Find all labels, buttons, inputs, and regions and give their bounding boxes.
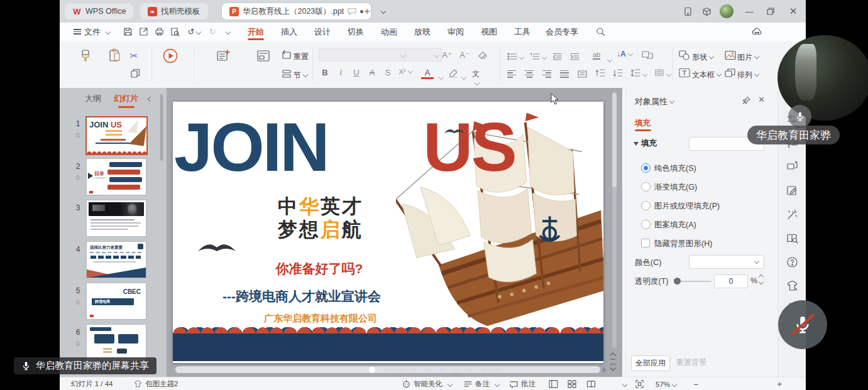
tab-slides[interactable]: 幻灯片 bbox=[114, 93, 138, 104]
picture-icon[interactable] bbox=[725, 50, 736, 63]
paragraph-settings-icon[interactable] bbox=[654, 68, 671, 80]
close-button[interactable]: ✕ bbox=[786, 5, 800, 18]
font-name-select[interactable] bbox=[319, 48, 408, 62]
picture-fill-radio[interactable] bbox=[641, 201, 651, 210]
distribute-icon[interactable] bbox=[578, 69, 587, 80]
notes-button[interactable]: 备注 bbox=[464, 377, 499, 390]
section-icon[interactable] bbox=[281, 68, 292, 82]
zoom-in-button[interactable]: ＋ bbox=[775, 377, 784, 390]
align-left-icon[interactable] bbox=[507, 69, 516, 76]
line-spacing-increase-icon[interactable] bbox=[595, 68, 605, 80]
file-menu[interactable]: 文件 bbox=[70, 23, 114, 41]
mute-microphone-button[interactable] bbox=[778, 300, 827, 349]
slide-thumbnail-4[interactable]: 选择比努力更重要 bbox=[86, 241, 146, 278]
new-tab-button[interactable]: ＋ bbox=[360, 5, 374, 18]
slide-star-icon[interactable]: ☆ bbox=[72, 298, 84, 306]
chat-bubble-icon[interactable] bbox=[348, 8, 356, 15]
slide-thumbnail-5[interactable]: CBEC 跨境电商 bbox=[86, 283, 146, 320]
close-panel-icon[interactable]: ✕ bbox=[758, 95, 765, 104]
slide-thumbnail-6[interactable] bbox=[86, 324, 146, 361]
pattern-fill-label[interactable]: 图案填充(A) bbox=[654, 220, 696, 230]
play-from-page-icon[interactable] bbox=[162, 48, 179, 67]
transparency-value-input[interactable]: 0 bbox=[714, 274, 748, 288]
panel-title[interactable]: 对象属性 bbox=[635, 96, 674, 107]
tab-slideshow[interactable]: 放映 bbox=[407, 23, 437, 41]
shadow-button[interactable]: S bbox=[382, 68, 394, 77]
tab-view[interactable]: 视图 bbox=[474, 23, 504, 41]
pin-icon[interactable] bbox=[742, 95, 751, 107]
hide-background-checkbox[interactable] bbox=[641, 239, 650, 247]
search-icon[interactable] bbox=[593, 23, 608, 41]
gradient-fill-label[interactable]: 渐变填充(G) bbox=[654, 182, 697, 193]
mobile-sync-icon[interactable] bbox=[681, 5, 695, 18]
tab-animation[interactable]: 动画 bbox=[374, 23, 404, 41]
switch-slides-icon[interactable] bbox=[786, 161, 798, 173]
decrease-indent-icon[interactable] bbox=[552, 51, 562, 63]
find-replace-icon[interactable] bbox=[786, 232, 798, 244]
justify-icon[interactable] bbox=[560, 69, 569, 76]
transparency-slider-handle[interactable] bbox=[674, 278, 681, 284]
thumbnail-scrollbar[interactable] bbox=[160, 94, 163, 161]
slide-thumbnail-3[interactable] bbox=[86, 200, 146, 237]
print-icon[interactable] bbox=[151, 23, 167, 41]
comments-button[interactable]: 批注 bbox=[510, 377, 536, 390]
previous-slide-button[interactable] bbox=[608, 352, 620, 362]
bullets-icon[interactable] bbox=[507, 51, 524, 63]
tab-list-button[interactable] bbox=[375, 5, 389, 18]
resource-pen-icon[interactable] bbox=[786, 185, 798, 197]
arrange-label[interactable]: 排列 bbox=[737, 70, 759, 80]
bold-button[interactable]: B bbox=[319, 68, 331, 77]
pattern-fill-radio[interactable] bbox=[641, 220, 651, 229]
textbox-icon[interactable] bbox=[679, 68, 690, 80]
text-convert-icon[interactable] bbox=[642, 50, 653, 62]
font-color-chevron[interactable] bbox=[437, 72, 443, 83]
highlight-icon[interactable] bbox=[448, 69, 458, 80]
numbering-icon[interactable] bbox=[530, 51, 546, 63]
fill-section-collapse[interactable] bbox=[634, 142, 639, 146]
gradient-fill-radio[interactable] bbox=[641, 182, 651, 192]
toolbar-more-chevron[interactable] bbox=[221, 23, 233, 41]
shapes-label[interactable]: 形状 bbox=[692, 52, 713, 63]
strikethrough-button[interactable]: A bbox=[366, 68, 378, 77]
slide-star-icon[interactable]: ☆ bbox=[72, 339, 84, 348]
vertical-scrollbar-track[interactable] bbox=[612, 92, 617, 348]
reset-background-button[interactable]: 重置背景 bbox=[674, 355, 709, 370]
layout-icon[interactable] bbox=[256, 48, 271, 66]
tab-home[interactable]: 开始 bbox=[241, 23, 271, 41]
solid-fill-label[interactable]: 纯色填充(S) bbox=[654, 163, 696, 174]
cloud-sync-icon[interactable] bbox=[749, 23, 765, 41]
color-dropdown[interactable] bbox=[689, 255, 764, 269]
slide-progress-dots[interactable] bbox=[369, 367, 500, 373]
line-height-icon[interactable] bbox=[630, 68, 647, 80]
collapse-panel-icon[interactable] bbox=[145, 95, 154, 101]
tab-tools[interactable]: 工具 bbox=[507, 23, 537, 41]
transparency-stepper[interactable] bbox=[759, 275, 763, 284]
shapes-icon[interactable] bbox=[679, 50, 690, 63]
reset-icon[interactable] bbox=[281, 49, 292, 63]
slide-star-icon[interactable]: ☆ bbox=[72, 173, 84, 182]
hide-background-label[interactable]: 隐藏背景图形(H) bbox=[654, 239, 712, 249]
minimize-button[interactable]: — bbox=[742, 5, 756, 18]
char-spacing-chevron[interactable] bbox=[605, 54, 612, 65]
picture-label[interactable]: 图片 bbox=[737, 52, 759, 63]
help-icon[interactable] bbox=[786, 256, 798, 268]
slide-thumbnail-2[interactable]: 目录 CONTENT bbox=[86, 158, 146, 195]
tab-template-store[interactable]: ❧ 找稻壳模板 bbox=[140, 3, 208, 19]
tab-document[interactable]: P 华启教育线上（2023版）.ppt bbox=[222, 3, 371, 19]
tab-design[interactable]: 设计 bbox=[307, 23, 338, 41]
webcam-mic-badge[interactable] bbox=[788, 105, 811, 128]
tab-insert[interactable]: 插入 bbox=[274, 23, 304, 41]
clear-format-icon[interactable] bbox=[477, 51, 488, 63]
wps-home-button[interactable]: W WPS Office bbox=[65, 3, 133, 19]
tab-transition[interactable]: 切换 bbox=[341, 23, 371, 41]
slide-1-editor[interactable]: JOIN US 中华英才 梦想启航 你准备好了吗? ---跨境电商人才就业宣讲会… bbox=[173, 102, 603, 363]
redo-button[interactable]: ↻ bbox=[206, 23, 219, 41]
export-icon[interactable] bbox=[136, 23, 151, 41]
vertical-scrollbar-thumb[interactable] bbox=[612, 93, 617, 187]
user-avatar[interactable] bbox=[720, 4, 733, 18]
arrange-icon[interactable] bbox=[725, 68, 736, 80]
increase-font-icon[interactable]: A⁺ bbox=[441, 50, 453, 60]
tab-member[interactable]: 会员专享 bbox=[539, 23, 585, 41]
print-preview-icon[interactable] bbox=[167, 23, 182, 41]
restore-button[interactable] bbox=[764, 5, 777, 18]
